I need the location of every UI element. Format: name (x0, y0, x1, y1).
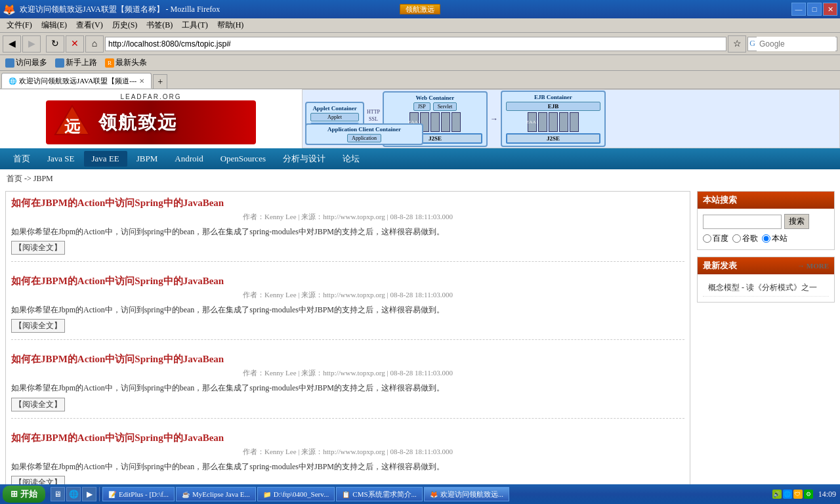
sidebar-latest-body: 概念模型 - 读《分析模式》之一 (698, 274, 834, 302)
article-2: 如何在JBPM的Action中访问Spring中的JavaBean 作者：Ken… (11, 275, 684, 340)
ejb-module-2 (538, 112, 547, 132)
editplus-icon: 📝 (108, 491, 116, 498)
menu-view[interactable]: 查看(V) (72, 18, 107, 32)
nav-forum[interactable]: 论坛 (335, 150, 368, 167)
bookmark-visited[interactable]: 访问最多 (3, 56, 50, 70)
bookmark-beginner[interactable]: 新手上路 (52, 56, 100, 70)
back-button[interactable]: ◀ (3, 35, 21, 52)
maximize-button[interactable]: □ (807, 3, 822, 16)
radio-baidu-label[interactable]: 百度 (703, 233, 728, 244)
article-4: 如何在JBPM的Action中访问Spring中的JavaBean 作者：Ken… (11, 432, 684, 484)
tab-main[interactable]: 🌐 欢迎访问领航致远JAVA联盟【频道--- ✕ (1, 73, 152, 89)
minimize-button[interactable]: — (791, 3, 806, 16)
nav-javaee[interactable]: Java EE (84, 151, 127, 167)
taskbar-item-firefox[interactable]: 🦊 欢迎访问领航致远... (424, 487, 509, 501)
tab-close-button[interactable]: ✕ (139, 77, 144, 85)
article-1: 如何在JBPM的Action中访问Spring中的JavaBean 作者：Ken… (11, 197, 684, 262)
nav-jbpm[interactable]: JBPM (129, 151, 166, 167)
article-1-readmore[interactable]: 【阅读全文】 (11, 241, 65, 255)
nav-analysis[interactable]: 分析与设计 (275, 150, 333, 167)
bookmark-news-label: 最新头条 (116, 57, 147, 68)
site-search-button[interactable]: 搜索 (784, 214, 809, 229)
menu-edit[interactable]: 编辑(E) (37, 18, 71, 32)
article-3-title[interactable]: 如何在JBPM的Action中访问Spring中的JavaBean (11, 353, 684, 366)
article-3-readmore[interactable]: 【阅读全文】 (11, 398, 65, 411)
radio-baidu[interactable] (703, 234, 711, 243)
start-button[interactable]: ⊞ 开始 (3, 486, 45, 503)
nav-home[interactable]: 首页 (5, 150, 38, 167)
browser-content[interactable]: LEADFAR.ORG 远 领航致远 (0, 89, 840, 484)
tab-label: 欢迎访问领航致远JAVA联盟【频道--- (19, 76, 136, 86)
article-3-body: 如果你希望在Jbpm的Action中，访问到spring中的bean，那么在集成… (11, 382, 684, 394)
web-module-3 (430, 112, 440, 132)
star-icon: ☆ (733, 38, 742, 49)
tray-icon-4[interactable]: ⚙ (804, 490, 813, 499)
ql-desktop-button[interactable]: 🖥 (51, 487, 65, 501)
radio-site-label[interactable]: 本站 (762, 233, 788, 244)
ql-media-button[interactable]: ▶ (82, 487, 96, 501)
menu-tools[interactable]: 工具(T) (178, 18, 211, 32)
menu-history[interactable]: 历史(S) (108, 18, 142, 32)
bookmark-news[interactable]: R 最新头条 (102, 56, 150, 70)
home-button[interactable]: ⌂ (85, 35, 104, 52)
menu-help[interactable]: 帮助(H) (213, 18, 248, 32)
taskbar-item-editplus[interactable]: 📝 EditPlus - [D:\f... (102, 487, 175, 501)
jsp-label: JSP (413, 102, 430, 111)
nav-javase[interactable]: Java SE (39, 151, 83, 167)
web-module-5 (452, 112, 461, 132)
stop-button[interactable]: ✕ (66, 35, 84, 52)
app-client-label: Application Client Container (310, 126, 418, 133)
servlet-label: Servlet (433, 102, 457, 111)
tabbar: 🌐 欢迎访问领航致远JAVA联盟【频道--- ✕ + (0, 71, 840, 89)
article-1-title[interactable]: 如何在JBPM的Action中访问Spring中的JavaBean (11, 197, 684, 209)
system-time: 14:09 (818, 490, 836, 499)
bookmark-star[interactable]: ☆ (728, 35, 746, 52)
bookmark-visited-label: 访问最多 (16, 57, 47, 68)
taskbar-item-myeclipse[interactable]: ☕ MyEclipse Java E... (176, 487, 256, 501)
radio-google[interactable] (732, 234, 741, 243)
nav-opensource[interactable]: OpenSources (213, 151, 274, 167)
menu-bookmarks[interactable]: 书签(B) (142, 18, 177, 32)
taskbar: ⊞ 开始 🖥 🌐 ▶ 📝 EditPlus - [D:\f... ☕ MyEcl… (0, 484, 840, 504)
start-label: 开始 (20, 488, 37, 500)
sidebar-more-link[interactable]: → MORE (797, 262, 829, 270)
taskbar-item-cms[interactable]: 📋 CMS系统需求简介... (336, 487, 423, 501)
applet-label: Applet (310, 113, 359, 121)
google-search-input[interactable] (757, 37, 835, 51)
app-client-container: Application Client Container Application (305, 123, 423, 145)
search-radio-group: 百度 谷歌 本站 (703, 233, 829, 244)
article-2-meta: 作者：Kenny Lee | 来源：http://www.topxp.org |… (11, 290, 684, 300)
site-search-input[interactable] (703, 215, 782, 229)
address-input[interactable] (105, 37, 726, 51)
taskbar-item-ftp[interactable]: 📁 D:\ftp\0400_Serv... (257, 487, 335, 501)
article-2-readmore[interactable]: 【阅读全文】 (11, 319, 65, 333)
radio-google-label[interactable]: 谷歌 (732, 233, 758, 244)
new-tab-button[interactable]: + (153, 74, 167, 89)
myeclipse-icon: ☕ (182, 491, 190, 498)
reload-button[interactable]: ↻ (46, 35, 64, 52)
article-2-title[interactable]: 如何在JBPM的Action中访问Spring中的JavaBean (11, 275, 684, 287)
leadfar-en: LEADFAR.ORG (120, 93, 181, 100)
nav-android[interactable]: Android (167, 151, 211, 167)
tray-icon-2[interactable]: 🌐 (783, 490, 792, 499)
close-button[interactable]: ✕ (823, 3, 837, 16)
menu-file[interactable]: 文件(F) (3, 18, 36, 32)
article-4-title[interactable]: 如何在JBPM的Action中访问Spring中的JavaBean (11, 432, 684, 444)
tray-icon-1[interactable]: 🔊 (772, 490, 782, 499)
forward-button[interactable]: ▶ (22, 35, 41, 52)
main-content: 如何在JBPM的Action中访问Spring中的JavaBean 作者：Ken… (5, 191, 690, 484)
firefox-taskbar-label: 欢迎访问领航致远... (440, 490, 503, 499)
article-4-readmore[interactable]: 【阅读全文】 (11, 476, 65, 484)
titlebar-controls: — □ ✕ (791, 3, 837, 16)
diagram-area: Applet Container Applet J2SE HTTPSSL→ We… (302, 89, 840, 148)
firefox-taskbar-icon: 🦊 (430, 491, 438, 498)
sidebar-latest-item-1[interactable]: 概念模型 - 读《分析模式》之一 (703, 280, 829, 297)
editplus-label: EditPlus - [D:\f... (119, 490, 169, 498)
logo-text-cn: 领航致远 (98, 110, 177, 135)
sidebar-latest-title: 最新发表 → MORE (698, 257, 834, 274)
ql-ie-button[interactable]: 🌐 (66, 487, 81, 501)
menubar: 文件(F) 编辑(E) 查看(V) 历史(S) 书签(B) 工具(T) 帮助(H… (0, 18, 840, 33)
bookmarks-bar: 访问最多 新手上路 R 最新头条 (0, 55, 840, 71)
radio-site[interactable] (762, 234, 770, 243)
tray-icon-3[interactable]: 🛡 (793, 490, 803, 499)
